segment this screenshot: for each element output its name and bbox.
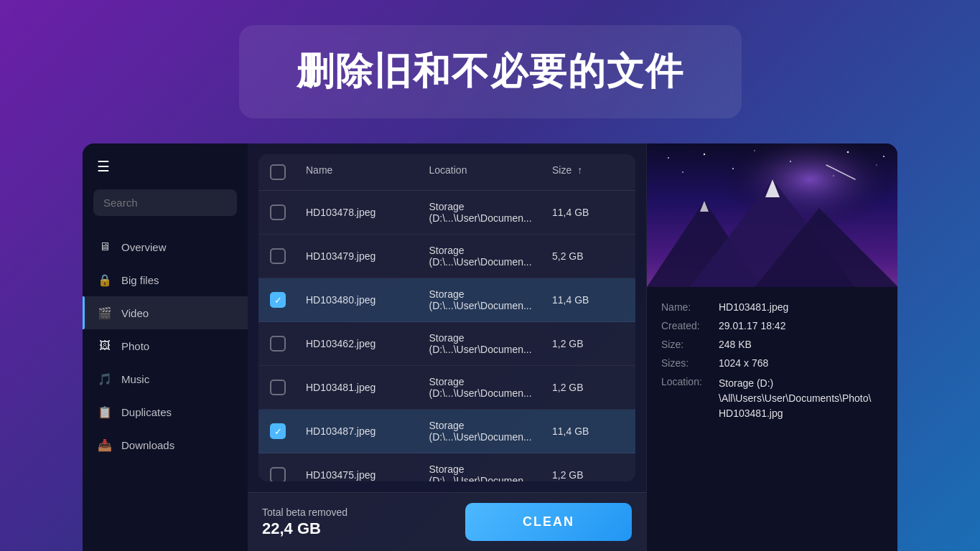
svg-point-11	[883, 156, 885, 157]
sidebar-item-music[interactable]: 🎵 Music	[83, 362, 248, 395]
file-size-3: 11,4 GB	[552, 294, 624, 306]
header-name[interactable]: Name	[306, 164, 429, 180]
total-info: Total beta removed 22,4 GB	[262, 507, 347, 538]
sidebar-label-bigfiles: Big files	[121, 274, 159, 286]
header-location[interactable]: Location	[429, 164, 553, 180]
file-size-5: 1,2 GB	[552, 382, 624, 393]
table-header: Name Location Size ↑	[258, 154, 635, 191]
row-checkbox-1[interactable]	[270, 204, 286, 220]
file-list-area: Name Location Size ↑ HD103478.jpeg Stora…	[248, 143, 646, 492]
file-size-1: 11,4 GB	[552, 207, 624, 218]
row-checkbox-3[interactable]: ✓	[270, 292, 286, 308]
table-row[interactable]: HD103475.jpeg Storage (D:\...\User\Docum…	[258, 453, 635, 481]
music-icon: 🎵	[97, 371, 113, 387]
sidebar-label-overview: Overview	[121, 241, 167, 253]
file-location-4: Storage (D:\...\User\Documen...	[429, 332, 553, 355]
created-value: 29.01.17 18:42	[719, 320, 785, 331]
file-location-7: Storage (D:\...\User\Documen...	[429, 463, 553, 481]
preview-panel: Name: HD103481.jpeg Created: 29.01.17 18…	[646, 143, 897, 551]
file-size-7: 1,2 GB	[552, 469, 624, 481]
file-name-3: HD103480.jpeg	[306, 294, 429, 306]
sidebar-label-downloads: Downloads	[121, 439, 174, 451]
sidebar-item-video[interactable]: 🎬 Video	[83, 296, 248, 329]
table-row[interactable]: ✓ HD103480.jpeg Storage (D:\...\User\Doc…	[258, 278, 635, 322]
info-row-size: Size: 248 KB	[661, 339, 883, 350]
hero-section: 删除旧和不必要的文件	[0, 0, 980, 143]
preview-info: Name: HD103481.jpeg Created: 29.01.17 18…	[647, 287, 897, 443]
header-checkbox-col[interactable]	[270, 164, 306, 180]
table-row[interactable]: HD103478.jpeg Storage (D:\...\User\Docum…	[258, 191, 635, 235]
info-row-name: Name: HD103481.jpeg	[661, 301, 883, 313]
row-checkbox-4[interactable]	[270, 336, 286, 352]
file-name-2: HD103479.jpeg	[306, 250, 429, 262]
file-size-2: 5,2 GB	[552, 250, 624, 262]
sidebar-label-photo: Photo	[121, 340, 149, 352]
sidebar-item-photo[interactable]: 🖼 Photo	[83, 329, 248, 362]
svg-point-6	[847, 151, 849, 154]
select-all-checkbox[interactable]	[270, 164, 286, 180]
bigfiles-icon: 🔒	[97, 272, 113, 288]
total-size: 22,4 GB	[262, 519, 347, 538]
file-name-4: HD103462.jpeg	[306, 338, 429, 349]
sidebar-item-downloads[interactable]: 📥 Downloads	[83, 428, 248, 461]
table-row[interactable]: HD103462.jpeg Storage (D:\...\User\Docum…	[258, 322, 635, 366]
sidebar-label-video: Video	[121, 307, 149, 319]
hamburger-icon[interactable]: ☰	[83, 158, 248, 189]
svg-point-10	[833, 175, 834, 176]
created-label: Created:	[661, 320, 719, 331]
svg-point-4	[754, 150, 755, 151]
file-location-5: Storage (D:\...\User\Documen...	[429, 376, 553, 399]
file-location-1: Storage (D:\...\User\Documen...	[429, 201, 553, 224]
row-checkbox-2[interactable]	[270, 248, 286, 264]
size-value: 248 KB	[719, 339, 752, 350]
file-name-5: HD103481.jpeg	[306, 382, 429, 393]
preview-image	[647, 143, 897, 287]
hero-title: 删除旧和不必要的文件	[297, 47, 684, 97]
location-value: Storage (D:)\All\Users\User\Documents\Ph…	[719, 376, 871, 421]
svg-point-3	[704, 154, 705, 155]
file-location-2: Storage (D:\...\User\Documen...	[429, 245, 553, 268]
svg-point-9	[732, 168, 734, 169]
sidebar-item-bigfiles[interactable]: 🔒 Big files	[83, 263, 248, 296]
mountain-illustration	[647, 143, 897, 287]
overview-icon: 🖥	[97, 239, 113, 255]
file-name-6: HD103487.jpeg	[306, 425, 429, 437]
row-checkbox-7[interactable]	[270, 467, 286, 481]
total-label: Total beta removed	[262, 507, 347, 518]
svg-point-7	[876, 164, 877, 166]
table-row[interactable]: HD103481.jpeg Storage (D:\...\User\Docum…	[258, 366, 635, 410]
location-label: Location:	[661, 376, 719, 387]
clean-button[interactable]: CLEAN	[465, 503, 632, 541]
duplicates-icon: 📋	[97, 404, 113, 420]
sidebar-item-overview[interactable]: 🖥 Overview	[83, 230, 248, 263]
main-content: Name Location Size ↑ HD103478.jpeg Stora…	[248, 143, 646, 551]
file-table: Name Location Size ↑ HD103478.jpeg Stora…	[258, 154, 635, 481]
file-size-4: 1,2 GB	[552, 338, 624, 349]
footer-bar: Total beta removed 22,4 GB CLEAN	[248, 492, 646, 551]
svg-point-2	[668, 157, 669, 159]
sidebar: ☰ 🖥 Overview 🔒 Big files 🎬 Video 🖼 Photo…	[83, 143, 248, 551]
sizes-value: 1024 x 768	[719, 357, 768, 369]
info-row-location: Location: Storage (D:)\All\Users\User\Do…	[661, 376, 883, 421]
file-location-6: Storage (D:\...\User\Documen...	[429, 420, 553, 443]
sort-indicator: ↑	[577, 164, 582, 176]
sidebar-item-duplicates[interactable]: 📋 Duplicates	[83, 395, 248, 428]
sizes-label: Sizes:	[661, 357, 719, 369]
photo-icon: 🖼	[97, 338, 113, 354]
search-input[interactable]	[93, 189, 237, 216]
table-row[interactable]: ✓ HD103487.jpeg Storage (D:\...\User\Doc…	[258, 410, 635, 453]
row-checkbox-5[interactable]	[270, 380, 286, 395]
sidebar-label-duplicates: Duplicates	[121, 406, 172, 418]
file-size-6: 11,4 GB	[552, 425, 624, 437]
size-label: Size:	[661, 339, 719, 350]
header-size[interactable]: Size ↑	[552, 164, 624, 180]
svg-point-8	[682, 171, 683, 173]
row-checkbox-6[interactable]: ✓	[270, 423, 286, 439]
info-row-created: Created: 29.01.17 18:42	[661, 320, 883, 331]
downloads-icon: 📥	[97, 437, 113, 453]
video-icon: 🎬	[97, 305, 113, 321]
table-row[interactable]: HD103479.jpeg Storage (D:\...\User\Docum…	[258, 235, 635, 278]
file-name-1: HD103478.jpeg	[306, 207, 429, 218]
name-value: HD103481.jpeg	[719, 301, 788, 313]
sidebar-label-music: Music	[121, 373, 149, 385]
